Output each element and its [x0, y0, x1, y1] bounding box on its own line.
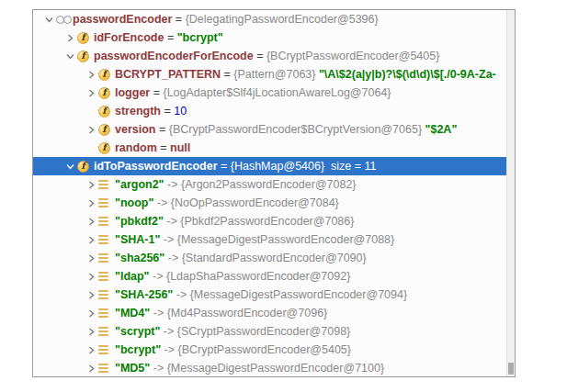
chevron-collapsed-icon[interactable]	[85, 364, 98, 373]
segment-ref: {Md4PasswordEncoder@7096}	[167, 307, 328, 319]
entry-icon	[98, 216, 115, 227]
chevron-collapsed-icon[interactable]	[85, 218, 98, 226]
chevron-collapsed-icon[interactable]	[63, 34, 77, 42]
tree-row[interactable]: "SHA-1" -> {MessageDigestPasswordEncoder…	[33, 230, 506, 249]
tree-rows: passwordEncoder = {DelegatingPasswordEnc…	[33, 10, 506, 376]
scrollbar-thumb[interactable]	[508, 363, 514, 375]
chevron-collapsed-icon[interactable]	[85, 254, 98, 263]
chevron-collapsed-icon[interactable]	[85, 199, 98, 207]
tree-row[interactable]: "pbkdf2" -> {Pbkdf2PasswordEncoder@7086}	[33, 212, 506, 230]
segment-ref: {SCryptPasswordEncoder@7098}	[177, 325, 351, 338]
segment-name: passwordEncoderForEncode	[94, 50, 254, 62]
entry-icon	[98, 344, 115, 355]
segment-ref: {BCryptPasswordEncoder@5405}	[177, 343, 351, 356]
entry-icon	[98, 179, 115, 190]
segment-eq: =	[157, 141, 170, 154]
tree-row[interactable]: fidForEncode = "bcrypt"	[33, 28, 506, 47]
tree-row[interactable]: "sha256" -> {StandardPasswordEncoder@709…	[33, 249, 506, 267]
chevron-collapsed-icon[interactable]	[85, 309, 98, 318]
variables-tree-panel: passwordEncoder = {DelegatingPasswordEnc…	[32, 9, 516, 377]
chevron-expanded-icon[interactable]	[63, 52, 77, 61]
field-icon: f	[77, 50, 94, 62]
chevron-collapsed-icon[interactable]	[85, 236, 98, 244]
segment-key: "scrypt"	[115, 325, 160, 338]
segment-key: "MD4"	[115, 307, 150, 319]
segment-ref: {LogAdapter$Slf4jLocationAwareLog@7064}	[163, 86, 391, 99]
chevron-collapsed-icon[interactable]	[85, 126, 98, 134]
segment-eq: =	[218, 160, 231, 173]
segment-key: "MD5"	[115, 362, 150, 375]
segment-key: "SHA-1"	[115, 233, 160, 246]
tree-row[interactable]: "argon2" -> {Argon2PasswordEncoder@7082}	[33, 175, 506, 194]
segment-size: size = 11	[324, 160, 376, 173]
field-icon: f	[77, 32, 94, 44]
entry-icon	[98, 252, 115, 263]
tree-row[interactable]: "MD4" -> {Md4PasswordEncoder@7096}	[33, 304, 506, 322]
segment-key: "noop"	[115, 196, 153, 209]
variable-icon	[56, 16, 73, 24]
tree-row[interactable]: "noop" -> {NoOpPasswordEncoder@7084}	[33, 194, 506, 212]
segment-ref: {NoOpPasswordEncoder@7084}	[171, 196, 339, 209]
chevron-expanded-icon[interactable]	[42, 16, 56, 24]
chevron-collapsed-icon[interactable]	[85, 181, 98, 189]
entry-icon	[98, 197, 115, 208]
entry-icon	[98, 289, 115, 300]
tree-row[interactable]: passwordEncoder = {DelegatingPasswordEnc…	[33, 10, 506, 28]
chevron-collapsed-icon[interactable]	[85, 346, 98, 354]
segment-str: "bcrypt"	[177, 31, 223, 44]
chevron-collapsed-icon[interactable]	[85, 89, 98, 97]
chevron-collapsed-icon[interactable]	[85, 71, 98, 79]
vertical-scrollbar[interactable]	[506, 10, 515, 376]
field-icon: f	[98, 87, 115, 99]
segment-name: passwordEncoder	[73, 13, 172, 26]
entry-icon	[98, 234, 115, 245]
chevron-collapsed-icon[interactable]	[85, 328, 98, 336]
segment-eq: =	[254, 50, 266, 62]
chevron-expanded-icon[interactable]	[63, 162, 77, 171]
segment-ref: {Pattern@7063}	[233, 68, 315, 81]
segment-key: "pbkdf2"	[115, 215, 164, 228]
tree-row[interactable]: "ldap" -> {LdapShaPasswordEncoder@7092}	[33, 267, 506, 286]
segment-key: "argon2"	[115, 178, 164, 191]
tree-row[interactable]: "SHA-256" -> {MessageDigestPasswordEncod…	[33, 286, 506, 304]
segment-arrow: ->	[160, 325, 176, 338]
segment-ref: {BCryptPasswordEncoder$BCryptVersion@706…	[169, 123, 422, 136]
segment-eq: =	[172, 13, 185, 26]
tree-row[interactable]: fstrength = 10	[33, 102, 506, 120]
entry-icon	[98, 271, 115, 282]
tree-row[interactable]: frandom = null	[33, 139, 506, 157]
segment-key: "sha256"	[115, 252, 164, 264]
tree-row[interactable]: "bcrypt" -> {BCryptPasswordEncoder@5405}	[33, 341, 506, 359]
segment-name: logger	[115, 86, 150, 99]
tree-row[interactable]: fpasswordEncoderForEncode = {BCryptPassw…	[33, 47, 506, 65]
segment-ref: {MessageDigestPasswordEncoder@7094}	[190, 288, 407, 301]
field-icon: f	[98, 106, 115, 118]
segment-arrow: ->	[150, 307, 166, 319]
segment-ref: {HashMap@5406}	[231, 160, 324, 173]
segment-name: BCRYPT_PATTERN	[115, 68, 221, 81]
entry-icon	[98, 326, 115, 337]
segment-eq: =	[155, 123, 168, 136]
tree-row[interactable]: "MD5" -> {MessageDigestPasswordEncoder@7…	[33, 359, 506, 376]
tree-row[interactable]: fversion = {BCryptPasswordEncoder$BCrypt…	[33, 120, 506, 139]
tree-row[interactable]: fidToPasswordEncoder = {HashMap@5406} si…	[33, 157, 506, 175]
segment-name: strength	[115, 105, 161, 118]
chevron-collapsed-icon[interactable]	[85, 291, 98, 299]
entry-icon	[98, 308, 115, 319]
field-icon: f	[98, 142, 115, 154]
segment-arrow: ->	[150, 362, 166, 375]
segment-null: null	[170, 141, 190, 154]
segment-name: idForEncode	[94, 31, 164, 44]
segment-arrow: ->	[173, 288, 189, 301]
segment-arrow: ->	[153, 196, 170, 209]
segment-eq: =	[164, 31, 176, 44]
segment-str: "\A\$2(a|y|b)?\$(\d\d)\$[./0-9A-Za-	[315, 68, 495, 81]
tree-row[interactable]: fBCRYPT_PATTERN = {Pattern@7063} "\A\$2(…	[33, 65, 506, 84]
tree-row[interactable]: "scrypt" -> {SCryptPasswordEncoder@7098}	[33, 322, 506, 341]
segment-str: "$2A"	[422, 123, 457, 136]
tree-row[interactable]: flogger = {LogAdapter$Slf4jLocationAware…	[33, 84, 506, 102]
segment-arrow: ->	[164, 178, 181, 191]
chevron-collapsed-icon[interactable]	[85, 273, 98, 281]
segment-ref: {Pbkdf2PasswordEncoder@7086}	[180, 215, 354, 228]
segment-name: random	[115, 141, 157, 154]
